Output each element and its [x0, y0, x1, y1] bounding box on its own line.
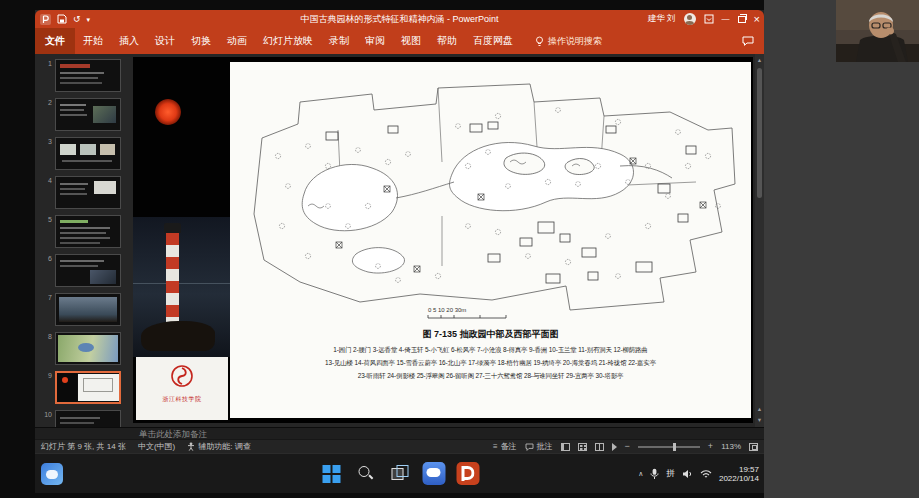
- start-button[interactable]: [320, 462, 343, 485]
- taskbar-search-icon[interactable]: [354, 462, 377, 485]
- volume-icon[interactable]: [682, 469, 693, 479]
- ribbon-tab-view[interactable]: 视图: [393, 28, 429, 54]
- fit-slide-to-window-button[interactable]: [749, 443, 758, 451]
- slide-number: 4: [37, 176, 52, 209]
- ribbon-tab-slideshow[interactable]: 幻灯片放映: [255, 28, 321, 54]
- university-logo-panel: 浙江科技学院: [136, 357, 228, 420]
- scroll-up-icon[interactable]: ▲: [755, 56, 764, 64]
- taskbar-clock[interactable]: 19:57 2022/10/14: [719, 465, 759, 484]
- taskbar-powerpoint-icon[interactable]: [456, 462, 479, 485]
- notes-icon: ≡: [493, 443, 498, 451]
- next-slide-icon[interactable]: ▼: [755, 416, 764, 424]
- ribbon-tab-help[interactable]: 帮助: [429, 28, 465, 54]
- close-button[interactable]: ×: [754, 14, 760, 25]
- title-bar: ↺ ▾ 中国古典园林的形式特征和精神内涵 - PowerPoint 建华 刘 —…: [35, 10, 764, 28]
- network-wifi-icon[interactable]: [700, 469, 712, 479]
- reading-view-button[interactable]: [595, 443, 604, 451]
- ribbon-tab-review[interactable]: 审阅: [357, 28, 393, 54]
- zoom-level[interactable]: 113%: [721, 442, 741, 451]
- account-name[interactable]: 建华 刘: [648, 13, 676, 25]
- save-icon[interactable]: [57, 14, 67, 24]
- slide-counter: 幻灯片 第 9 张, 共 14 张: [41, 441, 126, 452]
- ribbon-tab-record[interactable]: 录制: [321, 28, 357, 54]
- slide-number: 6: [37, 254, 52, 287]
- slide-number: 10: [37, 410, 52, 427]
- microphone-icon[interactable]: [650, 468, 659, 480]
- ribbon-tab-home[interactable]: 开始: [75, 28, 111, 54]
- slide-thumbnail-10[interactable]: 10: [37, 410, 132, 427]
- ime-indicator[interactable]: 拼: [666, 468, 675, 480]
- ribbon-display-options-icon[interactable]: [704, 14, 714, 24]
- ribbon-tab-animations[interactable]: 动画: [219, 28, 255, 54]
- slide-thumbnail-1[interactable]: 1: [37, 59, 132, 92]
- figure-caption: 图 7-135 拙政园中部及西部平面图: [230, 328, 751, 341]
- ribbon-tab-transitions[interactable]: 切换: [183, 28, 219, 54]
- accessibility-icon: [187, 442, 195, 451]
- undo-icon[interactable]: ↺: [73, 15, 81, 24]
- chat-teams-icon[interactable]: [422, 462, 445, 485]
- ribbon-tab-file[interactable]: 文件: [35, 28, 75, 54]
- slide-thumbnail-8[interactable]: 8: [37, 332, 132, 365]
- slide-thumbnail-image: [55, 176, 121, 209]
- ribbon-tab-design[interactable]: 设计: [147, 28, 183, 54]
- ribbon-tab-baidu-netdisk[interactable]: 百度网盘: [465, 28, 521, 54]
- slide-thumbnail-6[interactable]: 6: [37, 254, 132, 287]
- restore-button[interactable]: [738, 16, 746, 23]
- editor-scrollbar[interactable]: ▲ ▲ ▼: [755, 54, 764, 427]
- zoom-out-button[interactable]: −: [625, 442, 630, 451]
- slide-thumbnail-image: [55, 410, 121, 427]
- slide-thumbnail-4[interactable]: 4: [37, 176, 132, 209]
- figure-legend-line-3: 23-听雨轩 24-倒影楼 25-浮翠阁 26-留听阁 27-三十六鸳鸯馆 28…: [230, 372, 751, 381]
- slide-number: 7: [37, 293, 52, 326]
- slideshow-view-button[interactable]: [612, 443, 617, 451]
- comments-icon[interactable]: [742, 36, 754, 46]
- normal-view-button[interactable]: [561, 443, 570, 451]
- minimize-button[interactable]: —: [722, 15, 730, 23]
- language-indicator[interactable]: 中文(中国): [138, 441, 175, 452]
- comments-toggle[interactable]: 批注: [525, 441, 553, 452]
- powerpoint-logo-icon: [40, 14, 51, 25]
- slide-thumbnail-2[interactable]: 2: [37, 98, 132, 131]
- zoom-in-button[interactable]: +: [708, 442, 713, 451]
- slide-sorter-view-button[interactable]: [578, 443, 587, 451]
- widgets-weather-icon[interactable]: [41, 463, 63, 485]
- notes-toggle[interactable]: ≡ 备注: [493, 441, 517, 452]
- figure-legend-line-2: 13-见山楼 14-荷风四面亭 15-雪香云蔚亭 16-北山亭 17-绿漪亭 1…: [230, 359, 751, 368]
- webcam-person-image: [836, 0, 919, 62]
- tell-me-search[interactable]: 操作说明搜索: [535, 28, 602, 54]
- slide-thumbnail-7[interactable]: 7: [37, 293, 132, 326]
- quick-access-dropdown-icon[interactable]: ▾: [87, 16, 91, 23]
- task-view-icon[interactable]: [388, 462, 411, 485]
- slide-editor-area: 浙江科技学院: [132, 54, 764, 427]
- slide-thumbnail-5[interactable]: 5: [37, 215, 132, 248]
- scale-bar-label: 0 5 10 20 30m: [428, 307, 466, 313]
- scrollbar-thumb[interactable]: [757, 68, 762, 198]
- slide-canvas[interactable]: 浙江科技学院: [133, 57, 753, 423]
- tell-me-label: 操作说明搜索: [548, 35, 602, 48]
- webcam-video[interactable]: [836, 0, 919, 62]
- slide-thumbnail-image: [55, 98, 121, 131]
- slide-thumbnail-image: [55, 332, 121, 365]
- account-avatar[interactable]: [684, 13, 696, 25]
- system-tray: ∧ 拼 19:57 2022/10/14: [638, 460, 759, 488]
- ribbon-tab-insert[interactable]: 插入: [111, 28, 147, 54]
- slide-number: 5: [37, 215, 52, 248]
- slide-left-image-strip: 浙江科技学院: [133, 57, 230, 423]
- status-bar: 幻灯片 第 9 张, 共 14 张 中文(中国) 辅助功能: 调查 ≡ 备注: [35, 439, 764, 453]
- previous-slide-icon[interactable]: ▲: [755, 405, 764, 413]
- tray-overflow-chevron-icon[interactable]: ∧: [638, 470, 643, 478]
- notes-pane[interactable]: 单击此处添加备注: [35, 427, 764, 439]
- comment-bubble-icon: [525, 443, 534, 451]
- slide-thumbnail-panel: 1 2: [35, 54, 132, 427]
- comments-toggle-label: 批注: [537, 441, 553, 452]
- clock-time: 19:57: [719, 465, 759, 475]
- zoom-slider[interactable]: [638, 446, 700, 448]
- slide-thumbnail-3[interactable]: 3: [37, 137, 132, 170]
- garden-plan-drawing: 0 5 10 20 30m: [238, 66, 743, 324]
- accessibility-checker[interactable]: 辅助功能: 调查: [187, 441, 250, 452]
- notes-toggle-label: 备注: [501, 441, 517, 452]
- slide-number: 3: [37, 137, 52, 170]
- slide-thumbnail-9-selected[interactable]: 9: [37, 371, 132, 404]
- zoom-slider-thumb[interactable]: [673, 443, 676, 451]
- university-name: 浙江科技学院: [136, 395, 228, 404]
